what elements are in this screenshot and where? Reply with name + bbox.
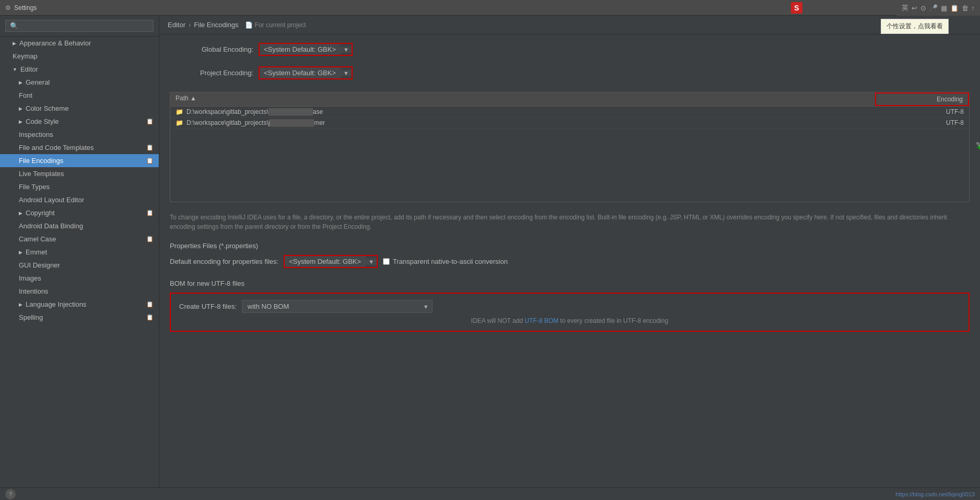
sidebar: ▶ Appearance & Behavior Keymap ▼ Editor … (0, 16, 159, 487)
path-table-wrapper: Path ▲ Encoding 📁 D:\workspace\gitlab_pr… (170, 92, 970, 202)
sidebar-item-languageinjections[interactable]: ▶ Language Injections 📋 (0, 298, 159, 311)
toolbar-btn-7[interactable]: 🗑 (962, 4, 969, 12)
sidebar-item-filecodetemplates[interactable]: File and Code Templates 📋 (0, 141, 159, 154)
project-encoding-select[interactable]: <System Default: GBK> (260, 67, 341, 78)
bom-select[interactable]: with NO BOM with BOM (242, 300, 420, 312)
properties-encoding-row: Default encoding for properties files: <… (170, 255, 970, 268)
arrow-icon: ▶ (19, 211, 22, 216)
sidebar-label: Color Scheme (26, 104, 68, 112)
sidebar-item-emmet[interactable]: ▶ Emmet (0, 246, 159, 259)
bom-create-label: Create UTF-8 files: (179, 303, 237, 310)
bom-section-box: Create UTF-8 files: with NO BOM with BOM… (170, 293, 970, 332)
bom-dropdown-arrow: ▼ (420, 304, 432, 310)
copy-icon: 📋 (146, 236, 154, 242)
copy-icon: 📋 (146, 144, 154, 151)
sidebar-item-intentions[interactable]: Intentions (0, 285, 159, 298)
path-cell-2: D:\workspace\gitlab_projects\j██████████… (186, 119, 870, 126)
transparent-label-text: Transparent native-to-ascii conversion (393, 258, 508, 265)
arrow-icon: ▶ (19, 302, 22, 307)
search-box (0, 16, 159, 37)
sidebar-item-androiddatabinding[interactable]: Android Data Binding (0, 219, 159, 232)
sidebar-item-editor[interactable]: ▼ Editor (0, 63, 159, 76)
properties-encoding-select[interactable]: <System Default: GBK> (285, 256, 366, 267)
sidebar-label: Emmet (26, 248, 47, 256)
sidebar-label: Keymap (13, 52, 38, 60)
arrow-icon: ▶ (13, 41, 16, 46)
sidebar-item-copyright[interactable]: ▶ Copyright 📋 (0, 206, 159, 219)
bottom-bar: ? https://blog.csdn.net/liqing0013 (0, 487, 980, 500)
sidebar-label: Language Injections (26, 300, 86, 308)
breadcrumb: Editor › File Encodings 📄 For current pr… (159, 16, 980, 34)
breadcrumb-project: 📄 For current project (242, 21, 306, 29)
content-body: Global Encoding: <System Default: GBK> ▼… (159, 34, 980, 487)
toolbar-btn-2[interactable]: ↩ (912, 4, 917, 12)
table-row[interactable]: 📁 D:\workspace\gitlab_projects\j████████… (170, 118, 969, 129)
bom-create-row: Create UTF-8 files: with NO BOM with BOM… (179, 300, 960, 313)
edit-path-button[interactable]: ✎ (976, 141, 980, 149)
sidebar-item-keymap[interactable]: Keymap (0, 50, 159, 63)
sidebar-label: Code Style (26, 118, 59, 125)
sidebar-label: Android Data Binding (19, 222, 83, 230)
copy-icon: 📋 (146, 210, 154, 216)
sidebar-item-camelcase[interactable]: Camel Case 📋 (0, 232, 159, 246)
properties-section: Properties Files (*.properties) Default … (170, 242, 970, 272)
breadcrumb-fileencodings: File Encodings (194, 21, 238, 29)
path-column-header[interactable]: Path ▲ (170, 92, 875, 106)
bom-select-container: with NO BOM with BOM ▼ (242, 300, 433, 313)
sidebar-item-androidlayout[interactable]: Android Layout Editor (0, 193, 159, 206)
sidebar-item-fileencodings[interactable]: File Encodings 📋 (0, 154, 159, 167)
path-table: Path ▲ Encoding 📁 D:\workspace\gitlab_pr… (170, 92, 970, 202)
default-encoding-label: Default encoding for properties files: (170, 258, 278, 265)
title-text: Settings (14, 4, 37, 11)
folder-icon: 📁 (176, 108, 183, 115)
sidebar-item-livetemplates[interactable]: Live Templates (0, 167, 159, 180)
sidebar-label: Spelling (19, 313, 43, 321)
sidebar-item-colorscheme[interactable]: ▶ Color Scheme (0, 102, 159, 115)
toolbar-btn-5[interactable]: ▦ (941, 4, 947, 12)
global-encoding-select[interactable]: <System Default: GBK> (260, 44, 341, 55)
project-encoding-select-box: <System Default: GBK> ▼ (259, 66, 353, 79)
utf8-bom-link[interactable]: UTF-8 BOM (524, 317, 558, 324)
breadcrumb-separator: › (189, 21, 191, 29)
encoding-column-header[interactable]: Encoding (875, 92, 969, 106)
sidebar-item-inspections[interactable]: Inspections (0, 128, 159, 141)
transparent-checkbox[interactable] (383, 258, 390, 265)
bottom-url: https://blog.csdn.net/liqing0013 (895, 491, 975, 497)
sidebar-item-spelling[interactable]: Spelling 📋 (0, 311, 159, 324)
sidebar-label: Editor (20, 65, 38, 73)
sidebar-item-general[interactable]: ▶ General (0, 76, 159, 89)
toolbar-btn-4[interactable]: 🎤 (929, 4, 938, 12)
sidebar-item-images[interactable]: Images (0, 272, 159, 285)
tooltip-box: 个性设置，点我看看 (881, 19, 949, 34)
copy-icon: 📋 (146, 157, 154, 164)
folder-icon: 📁 (176, 119, 183, 126)
sidebar-item-filetypes[interactable]: File Types (0, 180, 159, 193)
toolbar-btn-8[interactable]: ↑ (972, 4, 975, 12)
sidebar-label: File and Code Templates (19, 144, 94, 152)
sidebar-label: Images (19, 274, 41, 282)
path-table-header: Path ▲ Encoding (170, 92, 969, 107)
sidebar-label: General (26, 78, 50, 86)
sidebar-item-appearance[interactable]: ▶ Appearance & Behavior (0, 37, 159, 50)
title-bar: ⚙ Settings S 个性设置，点我看看 英 ↩ ⊙ 🎤 ▦ 📋 🗑 ↑ (0, 0, 980, 16)
search-input[interactable] (5, 20, 154, 32)
arrow-icon: ▼ (13, 67, 17, 72)
table-row[interactable]: 📁 D:\workspace\gitlab_projects\█████████… (170, 107, 969, 118)
sidebar-label: Android Layout Editor (19, 196, 84, 204)
copy-icon: 📋 (146, 301, 154, 308)
sidebar-item-guidesigner[interactable]: GUI Designer (0, 259, 159, 272)
arrow-icon: ▶ (19, 119, 22, 124)
toolbar-btn-6[interactable]: 📋 (950, 4, 959, 12)
help-button[interactable]: ? (5, 489, 16, 499)
project-encoding-row: Project Encoding: <System Default: GBK> … (170, 66, 970, 79)
toolbar-btn-3[interactable]: ⊙ (920, 4, 926, 12)
top-right-toolbar: 英 ↩ ⊙ 🎤 ▦ 📋 🗑 ↑ (896, 0, 981, 16)
settings-icon: ⚙ (5, 4, 11, 11)
sidebar-item-codestyle[interactable]: ▶ Code Style 📋 (0, 115, 159, 128)
bom-info-text: IDEA will NOT add UTF-8 BOM to every cre… (179, 317, 960, 324)
sidebar-item-font[interactable]: Font (0, 89, 159, 102)
toolbar-btn-1[interactable]: 英 (902, 3, 908, 13)
global-encoding-label: Global Encoding: (170, 45, 253, 53)
sidebar-label: Live Templates (19, 170, 64, 178)
prop-dropdown-arrow: ▼ (366, 259, 377, 265)
